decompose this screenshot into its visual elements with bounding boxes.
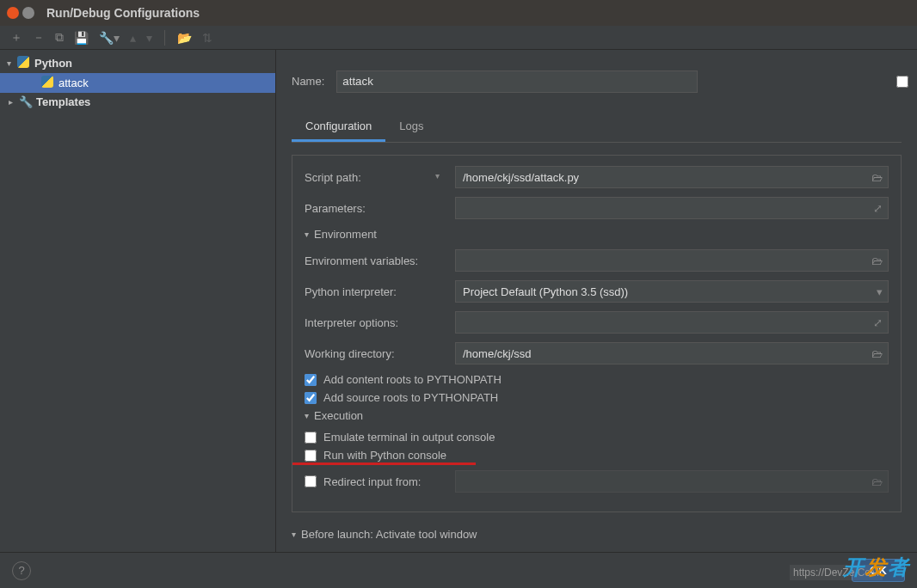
help-button[interactable]: ? <box>12 561 31 580</box>
chevron-down-icon: ▾ <box>305 411 309 420</box>
name-row: Name: Share Allow parallel run <box>292 62 902 101</box>
content-roots-checkbox[interactable] <box>305 374 317 386</box>
working-dir-input[interactable]: /home/ckj/ssd 🗁 <box>455 342 889 364</box>
dialog-footer: ? OK https://DevZe.CoM <box>0 552 917 588</box>
content-roots-row[interactable]: Add content roots to PYTHONPATH <box>305 373 889 386</box>
chevron-right-icon: ▸ <box>9 97 19 107</box>
window-title: Run/Debug Configurations <box>46 6 200 20</box>
expand-icon[interactable]: ⤢ <box>873 316 883 329</box>
source-roots-row[interactable]: Add source roots to PYTHONPATH <box>305 391 889 404</box>
emulate-terminal-row[interactable]: Emulate terminal in output console <box>305 431 889 444</box>
add-config-icon[interactable]: ＋ <box>9 28 24 47</box>
tree-node-templates[interactable]: ▸ 🔧 Templates <box>0 93 275 111</box>
run-python-console-row[interactable]: Run with Python console <box>305 449 889 462</box>
title-bar: Run/Debug Configurations <box>0 0 917 26</box>
tree-label-python: Python <box>34 57 72 70</box>
redirect-input-row: Redirect input from: 🗁 <box>305 470 889 493</box>
tab-logs[interactable]: Logs <box>385 113 437 142</box>
parameters-input[interactable]: ⤢ <box>455 197 889 219</box>
env-vars-input[interactable]: 🗁 <box>455 249 889 272</box>
move-down-icon[interactable]: ▾ <box>145 29 154 46</box>
before-launch-section: ▾ Before launch: Activate tool window ＋ … <box>292 528 902 552</box>
interpreter-label: Python interpreter: <box>305 285 455 298</box>
move-up-icon[interactable]: ▴ <box>128 29 138 46</box>
chevron-down-icon[interactable]: ▾ <box>877 285 883 298</box>
expand-icon[interactable]: ⤢ <box>873 202 883 215</box>
run-python-console-checkbox[interactable] <box>305 450 317 462</box>
environment-section-header[interactable]: ▾ Environment <box>305 228 889 241</box>
script-path-row: Script path: ▾ /home/ckj/ssd/attack.py 🗁 <box>305 166 889 188</box>
working-dir-label: Working directory: <box>305 347 455 360</box>
env-vars-row: Environment variables: 🗁 <box>305 249 889 272</box>
name-label: Name: <box>292 75 324 88</box>
script-path-label: Script path: ▾ <box>305 171 455 184</box>
config-toolbar: ＋ － ⧉ 💾 🔧▾ ▴ ▾ 📂 ⇅ <box>0 26 917 50</box>
before-launch-header[interactable]: ▾ Before launch: Activate tool window <box>292 528 902 541</box>
folder-icon[interactable]: 📂 <box>175 29 194 46</box>
edit-defaults-icon[interactable]: 🔧▾ <box>97 29 121 46</box>
source-roots-checkbox[interactable] <box>305 392 317 404</box>
python-icon <box>17 56 31 70</box>
wrench-icon: 🔧 <box>19 95 33 108</box>
env-vars-label: Environment variables: <box>305 254 455 267</box>
share-checkbox-label[interactable]: Share <box>722 75 917 88</box>
share-checkbox[interactable] <box>722 76 917 88</box>
interp-opts-row: Interpreter options: ⤢ <box>305 311 889 334</box>
toolbar-separator <box>164 30 165 46</box>
minimize-window-icon[interactable] <box>22 7 34 19</box>
config-content: Name: Share Allow parallel run Configura… <box>276 50 917 552</box>
working-dir-row: Working directory: /home/ckj/ssd 🗁 <box>305 342 889 364</box>
tree-node-attack[interactable]: attack <box>0 73 275 93</box>
name-input[interactable] <box>336 70 698 93</box>
copy-config-icon[interactable]: ⧉ <box>53 28 65 46</box>
execution-section-header[interactable]: ▾ Execution <box>305 409 889 422</box>
chevron-down-icon: ▾ <box>305 230 309 239</box>
tree-label-attack: attack <box>58 77 89 89</box>
remove-config-icon[interactable]: － <box>31 28 46 47</box>
browse-icon[interactable]: 🗁 <box>871 347 883 360</box>
parameters-label: Parameters: <box>305 202 455 215</box>
redirect-input-field[interactable]: 🗁 <box>455 470 889 493</box>
interpreter-dropdown[interactable]: Project Default (Python 3.5 (ssd)) ▾ <box>455 280 889 303</box>
browse-icon[interactable]: 🗁 <box>871 475 883 488</box>
tree-label-templates: Templates <box>36 95 90 108</box>
browse-icon[interactable]: 🗁 <box>871 171 883 184</box>
browse-icon[interactable]: 🗁 <box>871 254 883 267</box>
configuration-panel: Script path: ▾ /home/ckj/ssd/attack.py 🗁… <box>292 155 902 512</box>
interpreter-row: Python interpreter: Project Default (Pyt… <box>305 280 889 303</box>
config-tabs: Configuration Logs <box>292 113 902 143</box>
interp-opts-label: Interpreter options: <box>305 316 455 329</box>
redirect-input-checkbox[interactable] <box>305 475 317 487</box>
interp-opts-input[interactable]: ⤢ <box>455 311 889 334</box>
parameters-row: Parameters: ⤢ <box>305 197 889 219</box>
tab-configuration[interactable]: Configuration <box>292 113 385 142</box>
status-url: https://DevZe.CoM <box>790 565 883 580</box>
chevron-down-icon[interactable]: ▾ <box>435 171 440 181</box>
chevron-down-icon: ▾ <box>292 530 296 539</box>
highlight-underline <box>292 462 476 465</box>
script-path-input[interactable]: /home/ckj/ssd/attack.py 🗁 <box>455 166 889 188</box>
redirect-input-label[interactable]: Redirect input from: <box>305 475 455 488</box>
config-tree-sidebar: ▾ Python attack ▸ 🔧 Templates <box>0 50 276 552</box>
close-window-icon[interactable] <box>7 7 19 19</box>
save-config-icon[interactable]: 💾 <box>72 29 90 46</box>
python-icon <box>41 76 55 90</box>
main-area: ▾ Python attack ▸ 🔧 Templates Name: Shar… <box>0 50 917 552</box>
tree-node-python[interactable]: ▾ Python <box>0 53 275 73</box>
emulate-terminal-checkbox[interactable] <box>305 432 317 444</box>
chevron-down-icon: ▾ <box>7 58 17 68</box>
sort-icon[interactable]: ⇅ <box>200 29 214 46</box>
